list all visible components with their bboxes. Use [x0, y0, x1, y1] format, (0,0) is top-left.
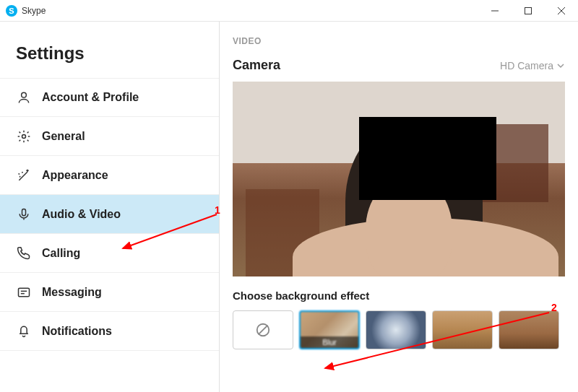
- sidebar-item-label: Calling: [42, 247, 80, 260]
- skype-logo-icon: S: [6, 5, 17, 17]
- window-controls: [478, 0, 578, 22]
- main-panel: VIDEO Camera HD Camera Choose background…: [220, 22, 578, 392]
- gear-icon: [16, 129, 32, 144]
- effect-label: Blur: [301, 336, 358, 348]
- svg-point-5: [22, 134, 26, 138]
- chevron-down-icon: [556, 61, 565, 70]
- wand-icon: [16, 167, 32, 183]
- camera-heading: Camera: [233, 58, 280, 73]
- settings-sidebar: Settings Account & Profile General Appea…: [0, 22, 220, 392]
- camera-preview: [233, 82, 565, 276]
- none-icon: [255, 322, 271, 338]
- settings-title: Settings: [0, 22, 219, 78]
- camera-row: Camera HD Camera: [233, 58, 565, 73]
- mic-icon: [16, 206, 32, 222]
- minimize-button[interactable]: [478, 0, 512, 22]
- svg-rect-7: [19, 288, 30, 297]
- preview-censor-block: [359, 117, 496, 200]
- effect-none[interactable]: [233, 310, 293, 349]
- sidebar-item-calling[interactable]: Calling: [0, 234, 219, 273]
- sidebar-item-appearance[interactable]: Appearance: [0, 156, 219, 195]
- bell-icon: [16, 323, 32, 339]
- background-effect-heading: Choose background effect: [233, 289, 565, 302]
- sidebar-item-label: Audio & Video: [42, 208, 121, 221]
- sidebar-item-label: Notifications: [42, 325, 112, 338]
- sidebar-item-label: Account & Profile: [42, 91, 139, 104]
- content-area: Settings Account & Profile General Appea…: [0, 22, 578, 392]
- svg-rect-1: [525, 7, 532, 14]
- message-icon: [16, 284, 32, 300]
- maximize-button[interactable]: [512, 0, 545, 22]
- titlebar: S Skype: [0, 0, 578, 22]
- sidebar-item-general[interactable]: General: [0, 117, 219, 156]
- sidebar-item-account[interactable]: Account & Profile: [0, 78, 219, 117]
- phone-icon: [16, 245, 32, 261]
- video-section-label: VIDEO: [233, 36, 565, 46]
- close-button[interactable]: [545, 0, 578, 22]
- camera-selected-text: HD Camera: [500, 60, 553, 71]
- sidebar-item-label: Appearance: [42, 169, 108, 182]
- sidebar-item-notifications[interactable]: Notifications: [0, 312, 219, 351]
- svg-line-11: [259, 326, 268, 335]
- svg-point-4: [22, 92, 27, 97]
- effect-image-2[interactable]: [432, 310, 493, 349]
- sidebar-item-audio-video[interactable]: Audio & Video: [0, 195, 219, 234]
- svg-rect-6: [22, 209, 26, 215]
- app-title: Skype: [22, 6, 46, 16]
- background-effects-row: Blur: [233, 310, 565, 349]
- camera-selector[interactable]: HD Camera: [500, 60, 565, 71]
- sidebar-item-messaging[interactable]: Messaging: [0, 273, 219, 312]
- person-icon: [16, 90, 32, 105]
- sidebar-item-label: Messaging: [42, 286, 102, 299]
- sidebar-item-label: General: [42, 130, 85, 143]
- effect-blur[interactable]: Blur: [299, 310, 360, 349]
- effect-image-1[interactable]: [366, 310, 426, 349]
- effect-image-3[interactable]: [499, 310, 559, 349]
